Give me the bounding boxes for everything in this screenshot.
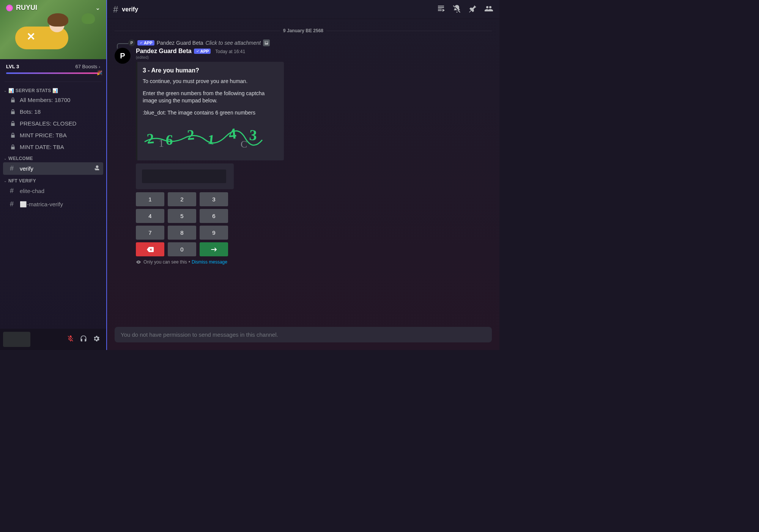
hash-icon: # <box>10 187 17 195</box>
svg-text:C: C <box>241 139 247 150</box>
stat-mint-date[interactable]: MINT DATE: TBA <box>3 141 103 152</box>
numpad-2[interactable]: 2 <box>168 192 196 206</box>
channel-elite-chad[interactable]: # elite-chad <box>3 185 103 197</box>
channel-title: verify <box>122 6 138 13</box>
level-label: LVL 3 <box>6 64 19 69</box>
app-badge: APP <box>137 40 154 46</box>
svg-text:3: 3 <box>249 126 257 144</box>
chevron-down-icon: ⌄ <box>4 89 7 93</box>
server-banner[interactable]: ✕ RUYUI ⌄ <box>0 0 106 59</box>
category-welcome[interactable]: ⌄ WELCOME <box>0 153 106 162</box>
numpad-0[interactable]: 0 <box>168 242 196 256</box>
boost-progress-bar: 🎉 <box>6 72 100 74</box>
reply-avatar: P <box>128 39 135 46</box>
ephemeral-notice: Only you can see this • Dismiss message <box>136 259 492 265</box>
notifications-muted-icon[interactable] <box>452 4 461 15</box>
stat-presales[interactable]: PRESALES: CLOSED <box>3 118 103 129</box>
stat-all-members[interactable]: All Members: 18700 <box>3 94 103 105</box>
messages-list: 9 January BE 2568 P APP Pandez Guard Bet… <box>107 19 499 327</box>
numpad-3[interactable]: 3 <box>200 192 228 206</box>
numpad-6[interactable]: 6 <box>200 209 228 223</box>
gear-icon[interactable] <box>93 335 100 344</box>
lock-icon <box>10 144 17 150</box>
svg-text:4: 4 <box>228 125 237 143</box>
stat-bots[interactable]: Bots: 18 <box>3 106 103 117</box>
captcha-image: 2 1 6 2 1 4 C 3 <box>143 121 264 155</box>
category-nft-verify[interactable]: ⌄ NFT VERIFY <box>0 175 106 184</box>
numpad-4[interactable]: 4 <box>136 209 164 223</box>
add-friends-icon[interactable] <box>93 165 99 172</box>
numpad-5[interactable]: 5 <box>168 209 196 223</box>
channel-verify[interactable]: # verify <box>3 162 103 175</box>
message-timestamp: Today at 16:41 <box>215 49 245 54</box>
hash-icon: # <box>10 200 17 208</box>
image-icon <box>263 39 270 46</box>
numpad: 1 2 3 4 5 6 7 8 9 <box>136 192 228 256</box>
channel-header: # verify <box>107 0 499 19</box>
threads-icon[interactable] <box>436 4 446 15</box>
answer-display-field <box>142 169 226 183</box>
numpad-7[interactable]: 7 <box>136 226 164 240</box>
svg-text:6: 6 <box>165 132 173 148</box>
main-area: # verify 9 January BE 2568 P <box>107 0 499 350</box>
message: P Pandez Guard Beta APP Today at 16:41 (… <box>107 47 499 265</box>
captcha-embed: 3 - Are you human? To continue, you must… <box>136 62 284 160</box>
numpad-submit[interactable] <box>200 242 228 256</box>
boost-level-section[interactable]: LVL 3 67 Boosts › 🎉 <box>0 59 106 78</box>
boosts-count: 67 Boosts › <box>75 64 100 69</box>
headphones-icon[interactable] <box>80 335 87 344</box>
lock-icon <box>10 121 17 127</box>
divider <box>5 82 102 82</box>
numpad-9[interactable]: 9 <box>200 226 228 240</box>
numpad-1[interactable]: 1 <box>136 192 164 206</box>
message-author[interactable]: Pandez Guard Beta <box>136 48 192 55</box>
sparkle-icon: 🎉 <box>97 70 102 75</box>
bot-avatar[interactable]: P <box>115 48 131 64</box>
mic-mute-icon[interactable] <box>67 335 74 344</box>
svg-text:1: 1 <box>207 132 215 148</box>
channel-matrica-verify[interactable]: # ⬜-matrica-verify <box>3 198 103 210</box>
embed-title: 3 - Are you human? <box>143 67 278 74</box>
message-input-disabled: You do not have permission to send messa… <box>115 327 492 342</box>
chevron-down-icon: ⌄ <box>4 179 7 183</box>
user-avatar[interactable] <box>3 332 30 347</box>
lock-icon <box>10 132 17 138</box>
server-boost-icon <box>6 5 13 11</box>
reply-context[interactable]: P APP Pandez Guard Beta Click to see att… <box>128 39 499 46</box>
pinned-icon[interactable] <box>468 4 477 15</box>
dismiss-link[interactable]: Dismiss message <box>192 259 227 265</box>
hash-icon: # <box>10 165 17 173</box>
date-divider: 9 January BE 2568 <box>115 28 492 33</box>
members-icon[interactable] <box>484 4 493 15</box>
svg-text:1: 1 <box>159 137 164 149</box>
svg-text:2: 2 <box>187 127 195 143</box>
stat-mint-price[interactable]: MINT PRICE: TBA <box>3 130 103 141</box>
edited-label: (edited) <box>136 55 492 60</box>
chevron-right-icon: › <box>99 64 100 69</box>
category-server-stats[interactable]: ⌄ 📊 SERVER STATS 📊 <box>0 85 106 94</box>
chevron-down-icon: ⌄ <box>4 157 7 160</box>
server-sidebar: ✕ RUYUI ⌄ LVL 3 67 Boosts › 🎉 ⌄ 📊 SERVER… <box>0 0 107 350</box>
numpad-backspace[interactable] <box>136 242 164 256</box>
svg-text:2: 2 <box>146 130 155 147</box>
answer-display-embed <box>136 163 234 189</box>
chevron-down-icon[interactable]: ⌄ <box>95 4 100 11</box>
embed-description: To continue, you must prove you are huma… <box>143 78 278 116</box>
user-panel <box>0 329 106 350</box>
eye-icon <box>136 259 141 265</box>
numpad-8[interactable]: 8 <box>168 226 196 240</box>
server-name: RUYUI <box>16 4 95 12</box>
lock-icon <box>10 97 17 103</box>
message-input-area: You do not have permission to send messa… <box>107 327 499 350</box>
lock-icon <box>10 109 17 115</box>
app-badge: APP <box>194 49 211 54</box>
hash-icon: # <box>113 4 118 15</box>
